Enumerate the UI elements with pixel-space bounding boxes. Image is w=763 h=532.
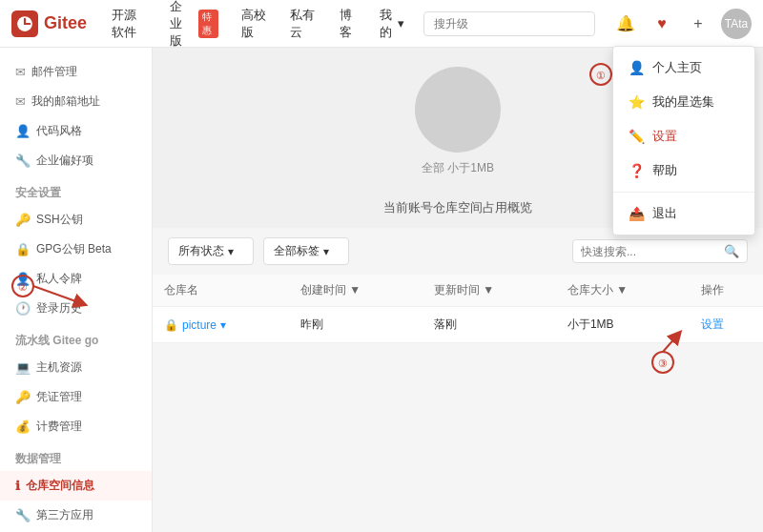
host-icon: 💻 <box>15 360 31 375</box>
sidebar-item-host[interactable]: 💻 主机资源 <box>0 353 152 382</box>
menu-enterprise[interactable]: 企业版 特惠 <box>160 0 228 55</box>
lock-icon: 🔒 <box>164 318 178 332</box>
col-size[interactable]: 仓库大小 ▼ <box>556 275 690 307</box>
history-icon: 🕐 <box>15 301 31 316</box>
col-name: 仓库名 <box>153 275 289 307</box>
heart-icon[interactable]: ♥ <box>649 10 675 37</box>
sidebar-item-mail[interactable]: ✉ 邮件管理 <box>0 57 152 87</box>
dropdown-help[interactable]: ❓ 帮助 <box>613 153 754 188</box>
storage-icon: ℹ <box>15 479 20 493</box>
dropdown-repo-icon: ▾ <box>220 318 226 332</box>
star-icon: ⭐ <box>629 94 645 110</box>
sidebar-item-credentials[interactable]: 🔑 凭证管理 <box>0 382 152 412</box>
sidebar-item-storage-info[interactable]: ℹ 仓库空间信息 <box>0 471 152 501</box>
sidebar-item-gpg[interactable]: 🔒 GPG公钥 Beta <box>0 235 152 264</box>
storage-text: 全部 小于1MB <box>422 160 494 176</box>
settings-icon: ✏️ <box>629 129 645 144</box>
profile-icon: 👤 <box>629 60 645 75</box>
repo-table: 仓库名 创建时间 ▼ 更新时间 ▼ 仓库大小 ▼ 操作 🔒 picture ▾ <box>153 275 763 343</box>
menu-private-cloud[interactable]: 私有云 <box>280 1 325 47</box>
status-filter[interactable]: 所有状态 ▾ <box>168 237 254 265</box>
token-icon: 👤 <box>15 272 31 286</box>
dropdown-settings[interactable]: ✏️ 设置 <box>613 119 754 153</box>
bell-icon[interactable]: 🔔 <box>612 10 639 37</box>
profile-avatar <box>415 67 501 153</box>
dropdown-stars[interactable]: ⭐ 我的星选集 <box>613 85 754 119</box>
search-icon: 🔍 <box>724 244 739 258</box>
ssh-icon: 🔑 <box>15 213 31 227</box>
sidebar-item-ssh[interactable]: 🔑 SSH公钥 <box>0 205 152 235</box>
sidebar-item-email-addr[interactable]: ✉ 我的邮箱地址 <box>0 87 152 116</box>
section-pipeline: 流水线 Gitee go <box>0 323 152 353</box>
repo-search-input[interactable] <box>581 245 724 258</box>
avatar[interactable]: TAta <box>721 9 752 39</box>
logo-text: Gitee <box>44 13 87 33</box>
repo-updated: 落刚 <box>423 307 556 343</box>
top-navigation: Gitee 开源软件 企业版 特惠 高校版 私有云 博客 我的 ▾ 🔔 ♥ + … <box>0 0 763 48</box>
search-filter: 🔍 <box>572 239 748 263</box>
section-data: 数据管理 <box>0 441 152 471</box>
chevron-tag-icon: ▾ <box>323 245 329 258</box>
logo[interactable]: Gitee <box>11 10 87 37</box>
chevron-status-icon: ▾ <box>228 245 234 258</box>
sidebar-item-3rdparty[interactable]: 🔧 第三方应用 <box>0 501 152 530</box>
sidebar-item-token[interactable]: 👤 私人令牌 <box>0 264 152 294</box>
credentials-icon: 🔑 <box>15 390 31 404</box>
nav-icons: 🔔 ♥ + TAta <box>612 9 752 39</box>
sidebar-item-code-style[interactable]: 👤 代码风格 <box>0 116 152 146</box>
repo-size: 小于1MB <box>556 307 690 343</box>
sidebar-item-enterprise-pref[interactable]: 🔧 企业偏好项 <box>0 146 152 175</box>
tag-filter[interactable]: 全部标签 ▾ <box>263 237 349 265</box>
dropdown-divider <box>613 192 754 193</box>
sidebar-item-billing[interactable]: 💰 计费管理 <box>0 412 152 441</box>
billing-icon: 💰 <box>15 419 31 434</box>
logout-icon: 📤 <box>629 206 645 221</box>
col-action: 操作 <box>690 275 763 307</box>
plus-icon[interactable]: + <box>685 10 711 37</box>
enterprise-badge: 特惠 <box>198 10 218 38</box>
mail-icon: ✉ <box>15 65 26 79</box>
avatar-text: TAta <box>725 17 748 31</box>
repo-created: 昨刚 <box>289 307 423 343</box>
table-row: 🔒 picture ▾ 昨刚 落刚 小于1MB 设置 <box>153 307 763 343</box>
thirdparty-icon: 🔧 <box>15 508 31 522</box>
col-created[interactable]: 创建时间 ▼ <box>289 275 423 307</box>
email-icon: ✉ <box>15 94 26 109</box>
repo-name-link[interactable]: 🔒 picture ▾ <box>164 318 278 332</box>
top-menu: 开源软件 企业版 特惠 高校版 私有云 博客 我的 ▾ <box>102 0 414 55</box>
menu-mine[interactable]: 我的 ▾ <box>370 1 414 47</box>
menu-blog[interactable]: 博客 <box>330 1 366 47</box>
enterprise-pref-icon: 🔧 <box>15 153 31 168</box>
repo-settings-link[interactable]: 设置 <box>701 317 724 331</box>
dropdown-logout[interactable]: 📤 退出 <box>613 196 754 231</box>
dropdown-profile[interactable]: 👤 个人主页 <box>613 51 754 85</box>
chevron-down-icon: ▾ <box>398 16 404 31</box>
col-updated[interactable]: 更新时间 ▼ <box>423 275 556 307</box>
codestyle-icon: 👤 <box>15 124 31 138</box>
sidebar-item-login-history[interactable]: 🕐 登录历史 <box>0 294 152 323</box>
search-box <box>423 11 595 36</box>
sidebar: ✉ 邮件管理 ✉ 我的邮箱地址 👤 代码风格 🔧 企业偏好项 安全设置 🔑 SS… <box>0 48 153 532</box>
search-input[interactable] <box>423 11 595 36</box>
section-security: 安全设置 <box>0 175 152 205</box>
help-icon: ❓ <box>629 163 645 178</box>
user-dropdown: 👤 个人主页 ⭐ 我的星选集 ✏️ 设置 ❓ 帮助 📤 退出 <box>612 46 755 235</box>
gpg-icon: 🔒 <box>15 242 31 256</box>
menu-university[interactable]: 高校版 <box>232 1 277 47</box>
menu-opensource[interactable]: 开源软件 <box>102 1 156 47</box>
